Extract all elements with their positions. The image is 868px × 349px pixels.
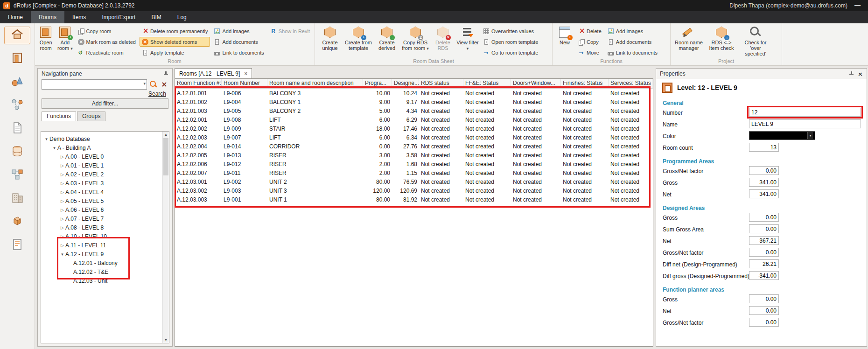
search-icon[interactable] [149,80,158,89]
gross-field[interactable]: 0.00 [749,213,779,222]
show-deleted-rooms-toggle[interactable]: Show deleted rooms [140,37,210,47]
table-row[interactable]: A.12.03.001L9-002UNIT 280.0076.59Not cre… [175,177,653,186]
column-header[interactable]: Room Function #: [175,79,222,88]
table-row[interactable]: A.12.03.003L9-001UNIT 180.0081.92Not cre… [175,195,653,204]
mark-room-deleted-button[interactable]: Mark room as deleted [76,37,138,47]
pin-icon[interactable] [848,71,854,77]
open-room-button[interactable]: Open room [37,25,55,52]
create-derived-button[interactable]: → Create derived [374,25,399,52]
create-unique-button[interactable]: Create unique [317,25,343,52]
show-in-revit-button[interactable]: R Show in Revit [268,26,312,36]
apply-template-button[interactable]: Apply template [140,48,210,57]
add-documents-button[interactable]: Add documents [605,37,660,47]
sidebar-item-items[interactable] [5,74,30,91]
expander-icon[interactable]: ▷ [59,234,65,239]
color-dropdown-icon[interactable]: ▾ [807,132,813,139]
expander-icon[interactable]: ▾ [59,252,65,257]
check-over-specified-button[interactable]: Check for 'over specified' [738,25,773,57]
tree-item[interactable]: ▾A - Building A [41,143,169,152]
expander-icon[interactable]: ▷ [59,190,65,195]
rds-item-check-button[interactable]: ↔ RDS <-> Item check [706,25,737,52]
tree-item[interactable]: A.12.03 - Unit [41,276,169,285]
tree-item[interactable]: A.12.01 - Balcony [41,258,169,267]
table-row[interactable]: A.12.02.007L9-011RISER2.001.15Not create… [175,168,653,177]
color-field[interactable]: ▾ [749,131,815,140]
menu-tab-home[interactable]: Home [0,11,31,23]
menu-tab-bim[interactable]: BIM [143,11,169,23]
column-header[interactable]: Progra... [363,79,392,88]
column-header[interactable]: Room name and room description [267,79,363,88]
expander-icon[interactable]: ▾ [51,146,57,150]
table-row[interactable]: A.12.03.002L9-003UNIT 3120.00120.69Not c… [175,186,653,195]
expander-icon[interactable]: ▷ [59,243,65,248]
number-field[interactable]: 12 [749,108,861,117]
tree-item[interactable]: ▷A.04 - LEVEL 4 [41,188,169,196]
expander-icon[interactable]: ▷ [59,154,65,159]
menu-tab-rooms[interactable]: Rooms [31,11,64,23]
expander-icon[interactable]: ▷ [59,199,65,203]
gross-net-factor-field[interactable]: 0.00 [749,318,779,327]
tab-functions[interactable]: Functions [42,112,76,121]
table-row[interactable]: A.12.02.002L9-009STAIR18.0017.46Not crea… [175,124,653,133]
tree-item[interactable]: ▷A.06 - LEVEL 6 [41,205,169,214]
delete-function-button[interactable]: Delete [576,26,604,36]
column-header[interactable]: Services: Status [609,79,653,88]
column-header[interactable]: Finishes: Status [561,79,609,88]
table-row[interactable]: A.12.02.005L9-013RISER3.003.58Not create… [175,151,653,160]
tree-item[interactable]: A.12.02 - T&E [41,267,169,276]
expander-icon[interactable]: ▷ [59,225,65,230]
reactivate-room-button[interactable]: Reactivate room [76,48,138,57]
tree-item[interactable]: ▾Demo Database [41,134,169,143]
link-to-documents-button[interactable]: Link to documents [605,48,660,57]
net-field[interactable]: 341.00 [749,189,779,198]
menu-tab-log[interactable]: Log [169,11,195,23]
view-filter-button[interactable]: View filter ▾ [456,25,479,52]
sum-gross-area-field[interactable]: 0.00 [749,224,779,233]
table-row[interactable]: A.12.01.002L9-004BALCONY 19.009.17Not cr… [175,98,653,106]
chevron-down-icon[interactable]: ▾ [143,81,146,86]
search-link[interactable]: Search [38,91,166,97]
add-documents-button[interactable]: Add documents [211,37,266,47]
column-header[interactable]: Designe... [392,79,419,88]
diff-net-design-programmed-field[interactable]: 26.21 [749,259,779,268]
column-header[interactable]: Doors+Window... [511,79,561,88]
search-input[interactable] [42,80,147,89]
copy-rds-from-room-button[interactable]: 2 Copy RDS from room ▾ [401,25,430,52]
table-row[interactable]: A.12.02.006L9-012RISER2.001.68Not create… [175,160,653,168]
expander-icon[interactable]: ▷ [59,216,65,221]
copy-function-button[interactable]: Copy [576,37,604,47]
tree-item[interactable]: ▷A.01 - LEVEL 1 [41,161,169,170]
column-header[interactable]: RDS status [419,79,463,88]
tree-item[interactable]: ▷A.07 - LEVEL 7 [41,214,169,223]
close-icon[interactable]: × [858,71,863,77]
gross-net-factor-field[interactable]: 0.00 [749,166,779,175]
tree-item[interactable]: ▷A.11 - LEVEL 11 [41,241,169,250]
scroll-up-icon[interactable]: ▲ [163,132,169,138]
sidebar-item-packages[interactable] [5,214,30,230]
room-count-field[interactable]: 13 [749,143,779,152]
gross-net-factor-field[interactable]: 0.00 [749,248,779,257]
tree-item[interactable]: ▷A.00 - LEVEL 0 [41,152,169,161]
overwritten-values-button[interactable]: Overwritten values [481,26,540,36]
sidebar-item-database[interactable] [5,144,30,161]
add-images-button[interactable]: Add images [605,26,660,36]
expander-icon[interactable]: ▾ [43,137,49,141]
add-filter-button[interactable]: Add filter... [42,98,168,109]
expander-icon[interactable]: ▷ [59,172,65,177]
scroll-thumb[interactable] [163,138,168,175]
sidebar-item-documents[interactable] [5,120,30,137]
menu-tab-items[interactable]: Items [64,11,94,23]
table-row[interactable]: A.12.01.001L9-006BALCONY 310.0010.24Not … [175,89,653,98]
tab-close-icon[interactable]: × [244,70,247,77]
tree-item[interactable]: ▷A.02 - LEVEL 2 [41,170,169,179]
sidebar-item-logistics[interactable] [5,167,30,184]
expander-icon[interactable]: ▷ [59,163,65,168]
net-field[interactable]: 0.00 [749,306,779,315]
room-name-manager-button[interactable]: Room name manager [673,25,705,52]
tree-item[interactable]: ▷A.05 - LEVEL 5 [41,196,169,205]
sidebar-item-reports[interactable] [5,237,30,254]
table-row[interactable]: A.12.02.001L9-008LIFT6.006.29Not created… [175,115,653,124]
link-to-documents-button[interactable]: Link to documents [211,48,266,57]
copy-room-button[interactable]: Copy room [76,26,138,36]
add-room-button[interactable]: + Add room ▾ [56,25,74,52]
